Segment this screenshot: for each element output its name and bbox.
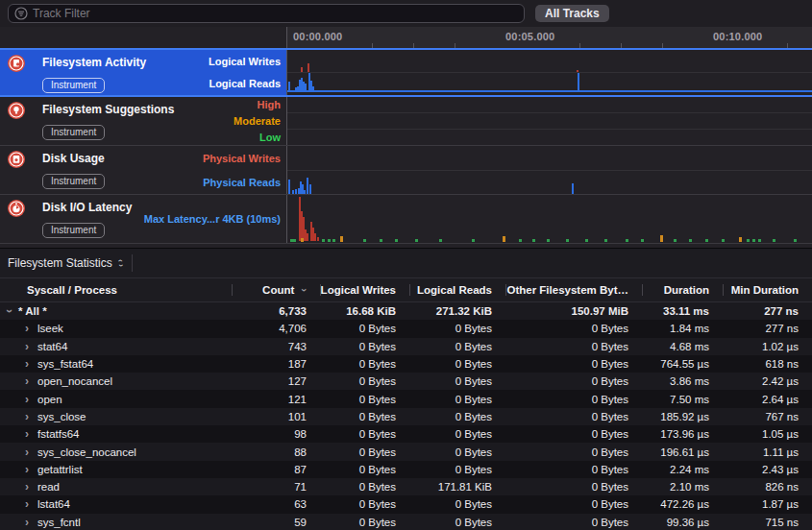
syscall-cell[interactable]: ›fstatfs64 <box>0 427 232 441</box>
track-row-filesystem-activity[interactable]: Filesystem ActivityInstrumentLogical Wri… <box>0 48 812 97</box>
track-chart[interactable] <box>286 146 812 194</box>
instrument-panel-cell[interactable]: Filesystem ActivityInstrumentLogical Wri… <box>0 50 286 95</box>
cell-duration: 99.36 µs <box>642 517 723 528</box>
column-header-min-duration[interactable]: Min Duration <box>723 278 812 301</box>
expand-chevron-icon[interactable]: › <box>25 446 37 459</box>
cell-min_duration: 277 ns <box>723 323 812 334</box>
expand-chevron-icon[interactable]: › <box>25 427 37 441</box>
syscall-cell[interactable]: ›open <box>0 393 232 406</box>
instrument-title: Filesystem Activity <box>42 56 146 69</box>
top-toolbar: All Tracks <box>0 0 812 27</box>
sort-indicator-icon: › <box>299 288 310 292</box>
track-filter-input[interactable] <box>33 7 518 20</box>
column-header-logical-writes[interactable]: Logical Writes <box>320 278 409 301</box>
track-chart[interactable] <box>286 97 812 145</box>
selector-updown-icon: ›› <box>119 258 122 268</box>
latency-orange-dot <box>301 238 304 242</box>
cell-logical_writes: 0 Bytes <box>320 464 409 475</box>
instrument-badge: Instrument <box>42 78 105 93</box>
track-row-disk-i-o-latency[interactable]: Disk I/O LatencyInstrumentMax Latency...… <box>0 195 812 244</box>
cell-logical_reads: 0 Bytes <box>409 498 505 510</box>
syscall-cell[interactable]: ›getattrlist <box>0 463 232 476</box>
syscall-cell[interactable]: ›stat64 <box>0 340 232 353</box>
expand-chevron-icon[interactable]: › <box>25 374 37 388</box>
track-chart[interactable] <box>286 50 812 95</box>
table-row[interactable]: ›open_nocancel1270 Bytes0 Bytes0 Bytes3.… <box>0 373 812 390</box>
cell-duration: 33.11 ms <box>642 305 723 317</box>
detail-view-selector[interactable]: Filesystem Statistics ›› <box>8 256 122 270</box>
lane-labels: Logical WritesLogical Reads <box>209 50 281 95</box>
syscall-cell[interactable]: ›open_nocancel <box>0 374 232 388</box>
expand-chevron-icon[interactable]: › <box>25 410 37 423</box>
syscall-cell[interactable]: ›sys_fstat64 <box>0 357 232 371</box>
expand-chevron-icon[interactable]: › <box>25 463 37 476</box>
column-header-logical-reads[interactable]: Logical Reads <box>409 278 505 301</box>
latency-green-dot <box>363 239 366 242</box>
latency-green-dot <box>758 239 761 242</box>
syscall-cell[interactable]: ›sys_fcntl <box>0 516 232 529</box>
cell-other: 150.97 MiB <box>505 305 642 317</box>
syscall-cell[interactable]: ›* All * <box>0 304 232 318</box>
table-row[interactable]: ›open1210 Bytes0 Bytes0 Bytes7.50 ms2.64… <box>0 390 812 407</box>
column-header-count[interactable]: Count› <box>232 278 320 301</box>
detail-toolbar: Filesystem Statistics ›› <box>0 249 812 277</box>
instrument-panel-cell[interactable]: Disk I/O LatencyInstrumentMax Latency...… <box>0 195 286 243</box>
latency-green-dot <box>773 239 775 242</box>
column-header-label: Logical Reads <box>417 284 492 296</box>
collapse-chevron-icon[interactable]: › <box>3 309 16 313</box>
table-row[interactable]: ›sys_fcntl590 Bytes0 Bytes0 Bytes99.36 µ… <box>0 514 812 530</box>
table-row[interactable]: ›read710 Bytes171.81 KiB0 Bytes2.10 ms82… <box>0 478 812 495</box>
track-filter-field[interactable] <box>8 4 525 23</box>
table-row[interactable]: ›sys_close1010 Bytes0 Bytes0 Bytes185.92… <box>0 408 812 425</box>
column-header-syscall-process[interactable]: Syscall / Process <box>0 278 232 301</box>
column-header-label: Syscall / Process <box>27 284 117 296</box>
syscall-cell[interactable]: ›lstat64 <box>0 497 232 511</box>
table-row[interactable]: ›sys_close_nocancel880 Bytes0 Bytes0 Byt… <box>0 443 812 460</box>
cell-other: 0 Bytes <box>505 517 642 528</box>
cell-other: 0 Bytes <box>505 323 642 334</box>
expand-chevron-icon[interactable]: › <box>25 516 37 529</box>
chart-spike <box>309 184 311 194</box>
column-header-other-filesystem-byt-[interactable]: Other Filesystem Byt… <box>505 278 642 301</box>
syscall-name: lseek <box>37 323 63 334</box>
syscall-cell[interactable]: ›sys_close <box>0 410 232 423</box>
cell-duration: 3.86 ms <box>642 375 723 387</box>
track-row-disk-usage[interactable]: Disk UsageInstrumentPhysical WritesPhysi… <box>0 146 812 195</box>
instrument-panel-cell[interactable]: Disk UsageInstrumentPhysical WritesPhysi… <box>0 146 286 194</box>
latency-orange-dot <box>503 236 505 242</box>
syscall-cell[interactable]: ›sys_close_nocancel <box>0 446 232 459</box>
expand-chevron-icon[interactable]: › <box>25 322 37 335</box>
track-chart[interactable] <box>286 195 812 243</box>
table-row[interactable]: ›fstatfs64980 Bytes0 Bytes0 Bytes173.96 … <box>0 425 812 443</box>
instrument-panel-cell[interactable]: Filesystem SuggestionsInstrumentHighMode… <box>0 97 286 145</box>
chart-spike <box>314 233 316 241</box>
timeline-ruler[interactable]: 00:00.00000:05.00000:10.000 <box>286 27 812 48</box>
track-row-filesystem-suggestions[interactable]: Filesystem SuggestionsInstrumentHighMode… <box>0 97 812 146</box>
table-row[interactable]: ›stat647430 Bytes0 Bytes0 Bytes4.68 ms1.… <box>0 338 812 355</box>
column-header-duration[interactable]: Duration <box>642 278 723 301</box>
syscall-name: stat64 <box>37 341 67 352</box>
filter-icon <box>14 7 28 20</box>
expand-chevron-icon[interactable]: › <box>25 340 37 353</box>
cell-logical_writes: 16.68 KiB <box>320 305 409 317</box>
table-row[interactable]: ›* All *6,73316.68 KiB271.32 KiB150.97 M… <box>0 302 812 320</box>
expand-chevron-icon[interactable]: › <box>25 480 37 494</box>
table-row[interactable]: ›getattrlist870 Bytes0 Bytes0 Bytes2.24 … <box>0 461 812 478</box>
lane-label: High <box>234 97 281 113</box>
table-row[interactable]: ›sys_fstat641870 Bytes0 Bytes0 Bytes764.… <box>0 355 812 373</box>
cell-count: 88 <box>232 446 320 458</box>
chart-spike <box>317 237 319 241</box>
lane-labels: HighModerateLow <box>234 97 281 145</box>
table-row[interactable]: ›lstat64630 Bytes0 Bytes0 Bytes472.26 µs… <box>0 495 812 513</box>
cell-logical_writes: 0 Bytes <box>320 498 409 510</box>
lane-labels: Max Latency...r 4KB (10ms) <box>144 195 281 243</box>
syscall-cell[interactable]: ›read <box>0 480 232 494</box>
expand-chevron-icon[interactable]: › <box>25 357 37 371</box>
expand-chevron-icon[interactable]: › <box>25 393 37 406</box>
table-row[interactable]: ›lseek4,7060 Bytes0 Bytes0 Bytes1.84 ms2… <box>0 320 812 337</box>
all-tracks-button[interactable]: All Tracks <box>535 5 609 22</box>
chart-lane-empty <box>287 97 812 113</box>
syscall-cell[interactable]: ›lseek <box>0 322 232 335</box>
syscall-name: sys_close_nocancel <box>37 446 136 458</box>
expand-chevron-icon[interactable]: › <box>25 497 37 511</box>
